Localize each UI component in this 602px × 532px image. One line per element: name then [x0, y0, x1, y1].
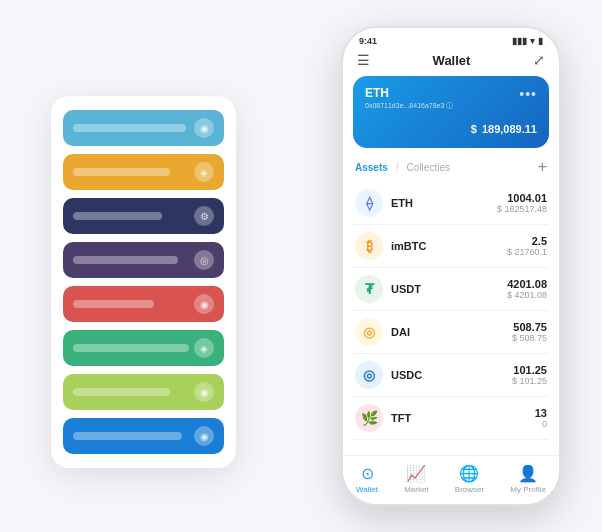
- asset-icon: ◎: [355, 318, 383, 346]
- phone-frame: 9:41 ▮▮▮ ▾ ▮ ☰ Wallet ⤢ ETH 0x08711d3e..…: [341, 26, 561, 506]
- card-icon: ◉: [194, 118, 214, 138]
- card-bar: [73, 168, 170, 176]
- asset-amount: 13: [535, 407, 547, 419]
- asset-row[interactable]: ⟠ETH1004.01$ 162517.48: [353, 182, 549, 225]
- assets-tabs: Assets / Collecties: [355, 162, 450, 173]
- card-bar: [73, 256, 178, 264]
- asset-name: imBTC: [391, 240, 507, 252]
- status-icons: ▮▮▮ ▾ ▮: [512, 36, 543, 46]
- nav-icon: 🌐: [459, 464, 479, 483]
- nav-item-browser[interactable]: 🌐Browser: [455, 464, 484, 494]
- card-bar: [73, 344, 189, 352]
- asset-row[interactable]: 🌿TFT130: [353, 397, 549, 440]
- asset-name: ETH: [391, 197, 497, 209]
- asset-name: TFT: [391, 412, 535, 424]
- card-item[interactable]: ◈: [63, 330, 224, 366]
- asset-values: 1004.01$ 162517.48: [497, 192, 547, 214]
- card-icon: ⚙: [194, 206, 214, 226]
- asset-usd: $ 508.75: [512, 333, 547, 343]
- bottom-nav: ⊙Wallet📈Market🌐Browser👤My Profile: [343, 455, 559, 504]
- asset-row[interactable]: ◎USDC101.25$ 101.25: [353, 354, 549, 397]
- asset-amount: 4201.08: [507, 278, 547, 290]
- add-asset-button[interactable]: +: [538, 158, 547, 176]
- card-item[interactable]: ◉: [63, 286, 224, 322]
- tab-collecties[interactable]: Collecties: [407, 162, 450, 173]
- card-item[interactable]: ◉: [63, 110, 224, 146]
- phone-header: ☰ Wallet ⤢: [343, 50, 559, 76]
- card-icon: ◉: [194, 382, 214, 402]
- asset-icon: ⟠: [355, 189, 383, 217]
- asset-values: 2.5$ 21760.1: [507, 235, 547, 257]
- asset-row[interactable]: ₿imBTC2.5$ 21760.1: [353, 225, 549, 268]
- nav-item-wallet[interactable]: ⊙Wallet: [356, 464, 378, 494]
- phone-content: ETH 0x08711d3e...8416a78e3 ⓘ ••• $ 189,0…: [343, 76, 559, 455]
- nav-item-my-profile[interactable]: 👤My Profile: [510, 464, 546, 494]
- asset-amount: 1004.01: [497, 192, 547, 204]
- card-icon: ◎: [194, 250, 214, 270]
- card-icon: ◈: [194, 162, 214, 182]
- card-item[interactable]: ◈: [63, 154, 224, 190]
- asset-icon: ₿: [355, 232, 383, 260]
- asset-icon: 🌿: [355, 404, 383, 432]
- card-item[interactable]: ⚙: [63, 198, 224, 234]
- asset-values: 130: [535, 407, 547, 429]
- asset-usd: $ 4201.08: [507, 290, 547, 300]
- asset-values: 101.25$ 101.25: [512, 364, 547, 386]
- nav-label: Wallet: [356, 485, 378, 494]
- assets-header: Assets / Collecties +: [343, 156, 559, 182]
- eth-card[interactable]: ETH 0x08711d3e...8416a78e3 ⓘ ••• $ 189,0…: [353, 76, 549, 148]
- asset-usd: $ 162517.48: [497, 204, 547, 214]
- currency-symbol: $: [471, 123, 477, 135]
- wifi-icon: ▾: [530, 36, 535, 46]
- tab-assets[interactable]: Assets: [355, 162, 388, 173]
- card-stack: ◉◈⚙◎◉◈◉◉: [51, 96, 236, 468]
- card-icon: ◉: [194, 294, 214, 314]
- asset-icon: ₮: [355, 275, 383, 303]
- asset-values: 4201.08$ 4201.08: [507, 278, 547, 300]
- asset-amount: 508.75: [512, 321, 547, 333]
- card-bar: [73, 388, 170, 396]
- nav-label: My Profile: [510, 485, 546, 494]
- eth-amount-value: 189,089.11: [482, 123, 537, 135]
- asset-icon: ◎: [355, 361, 383, 389]
- asset-usd: 0: [535, 419, 547, 429]
- asset-amount: 2.5: [507, 235, 547, 247]
- asset-row[interactable]: ₮USDT4201.08$ 4201.08: [353, 268, 549, 311]
- card-item[interactable]: ◎: [63, 242, 224, 278]
- asset-name: DAI: [391, 326, 512, 338]
- status-bar: 9:41 ▮▮▮ ▾ ▮: [343, 28, 559, 50]
- tab-divider: /: [396, 162, 399, 173]
- asset-name: USDC: [391, 369, 512, 381]
- asset-list: ⟠ETH1004.01$ 162517.48₿imBTC2.5$ 21760.1…: [343, 182, 559, 455]
- nav-icon: 👤: [518, 464, 538, 483]
- card-icon: ◈: [194, 338, 214, 358]
- card-bar: [73, 432, 182, 440]
- card-item[interactable]: ◉: [63, 418, 224, 454]
- card-item[interactable]: ◉: [63, 374, 224, 410]
- battery-icon: ▮: [538, 36, 543, 46]
- card-bar: [73, 212, 162, 220]
- expand-icon[interactable]: ⤢: [533, 52, 545, 68]
- eth-card-title: ETH: [365, 86, 453, 100]
- nav-icon: ⊙: [361, 464, 374, 483]
- asset-row[interactable]: ◎DAI508.75$ 508.75: [353, 311, 549, 354]
- asset-usd: $ 101.25: [512, 376, 547, 386]
- eth-more-icon[interactable]: •••: [519, 86, 537, 102]
- asset-amount: 101.25: [512, 364, 547, 376]
- asset-usd: $ 21760.1: [507, 247, 547, 257]
- nav-label: Market: [404, 485, 428, 494]
- nav-item-market[interactable]: 📈Market: [404, 464, 428, 494]
- eth-card-address: 0x08711d3e...8416a78e3 ⓘ: [365, 101, 453, 111]
- menu-icon[interactable]: ☰: [357, 52, 370, 68]
- scene: ◉◈⚙◎◉◈◉◉ 9:41 ▮▮▮ ▾ ▮ ☰ Wallet ⤢ ETH: [21, 16, 581, 516]
- nav-icon: 📈: [406, 464, 426, 483]
- status-time: 9:41: [359, 36, 377, 46]
- card-bar: [73, 124, 186, 132]
- wallet-title: Wallet: [433, 53, 471, 68]
- asset-values: 508.75$ 508.75: [512, 321, 547, 343]
- nav-label: Browser: [455, 485, 484, 494]
- card-icon: ◉: [194, 426, 214, 446]
- signal-icon: ▮▮▮: [512, 36, 527, 46]
- card-bar: [73, 300, 154, 308]
- asset-name: USDT: [391, 283, 507, 295]
